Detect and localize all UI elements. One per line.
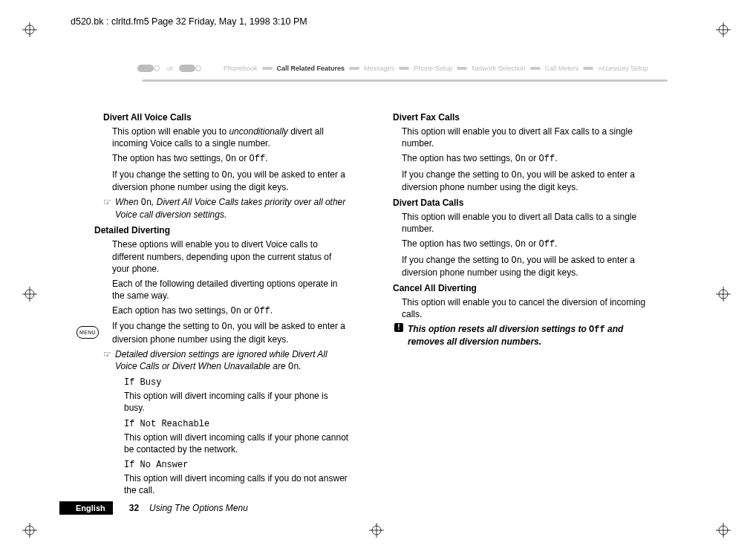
footer-title: Using The Options Menu (149, 503, 248, 513)
heading-cancel: Cancel All Diverting (393, 283, 648, 293)
menu-badge-icon: MENU (76, 326, 99, 339)
option-if-no-answer: If No Answer (124, 460, 350, 470)
body-text: If you change the setting to On, you wil… (402, 254, 648, 279)
body-text: The option has two settings, On or Off. (402, 152, 648, 165)
framemaker-header: d520.bk : clrltd.fm5 Page 32 Friday, May… (71, 16, 307, 27)
nav-or: or (167, 65, 173, 72)
menu-messages: Messages (361, 65, 397, 72)
heading-detailed: Detailed Diverting (94, 225, 350, 235)
note: ☞Detailed diversion settings are ignored… (103, 348, 350, 373)
heading-divert-all: Divert All Voice Calls (103, 112, 350, 123)
warning: ! This option resets all diversion setti… (394, 323, 648, 348)
body-text: This option will divert incoming calls i… (124, 432, 350, 455)
menu-underline (142, 79, 668, 82)
left-column: Divert All Voice Calls This option will … (71, 108, 350, 496)
body-text: If you change the setting to On, you wil… (402, 169, 648, 193)
body-text: This option will enable you to divert al… (402, 126, 648, 149)
body-text: The option has two settings, On or Off. (402, 238, 648, 250)
menu-network: Network Selection (469, 65, 529, 72)
body-text: This option will enable you to cancel th… (402, 296, 648, 320)
menu-accessory: Accessory Setup (595, 65, 651, 72)
body-text: This option will divert incoming calls i… (124, 390, 350, 414)
option-if-busy: If Busy (124, 377, 350, 388)
body-text: Each of the following detailed diverting… (112, 278, 350, 302)
menu-call-related: Call Related Features (274, 65, 348, 72)
body-text: This option will divert incoming calls i… (124, 472, 350, 496)
heading-data: Divert Data Calls (393, 198, 648, 208)
crop-mark (716, 523, 731, 538)
crop-mark (22, 22, 37, 37)
crop-mark (716, 22, 731, 37)
language-tab: English (59, 501, 113, 515)
right-column: Divert Fax Calls This option will enable… (369, 108, 648, 496)
crop-mark (716, 287, 731, 302)
menu-phone-setup: Phone Setup (411, 65, 455, 72)
note-icon: ☞ (103, 196, 112, 208)
nav-keys-icon: or (137, 63, 207, 74)
page-number: 32 (129, 503, 139, 513)
option-if-not-reachable: If Not Reachable (124, 419, 350, 429)
menu-call-meters: Call Meters (542, 65, 582, 72)
crop-mark (22, 287, 37, 302)
menu-phonebook: Phonebook (221, 65, 261, 72)
body-text: If you change the setting to On, you wil… (112, 320, 350, 345)
crop-mark (22, 523, 37, 538)
warning-icon: ! (394, 323, 403, 332)
body-text: These options will enable you to divert … (112, 238, 350, 275)
note-icon: ☞ (103, 348, 112, 360)
heading-fax: Divert Fax Calls (393, 112, 648, 123)
body-text: The option has two settings, On or Off. (112, 152, 350, 165)
note: ☞When On, Divert All Voice Calls takes p… (103, 196, 350, 221)
body-text: This option will enable you to unconditi… (112, 126, 350, 149)
menu-navigation: or Phonebook Call Related Features Messa… (137, 59, 672, 97)
body-text: This option will enable you to divert al… (402, 211, 648, 235)
page-footer: English 32 Using The Options Menu (71, 501, 248, 515)
body-text: Each option has two settings, On or Off. (112, 305, 350, 317)
body-text: If you change the setting to On, you wil… (112, 169, 350, 193)
